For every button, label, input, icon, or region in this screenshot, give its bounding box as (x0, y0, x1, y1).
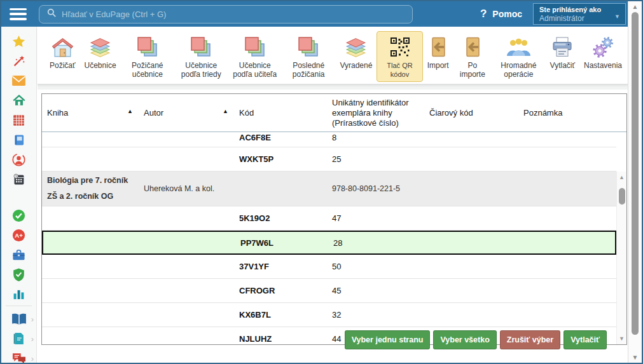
mail-icon (11, 75, 26, 86)
chevron-down-icon: ▼ (614, 13, 620, 20)
page-scroll-down-icon[interactable]: ▼ (628, 354, 642, 361)
user-menu[interactable]: Ste prihlásený ako Administrátor ▼ (533, 3, 626, 25)
sidebar-item-messages[interactable] (1, 72, 36, 90)
toolbar-item-vyradene[interactable]: Vyradené (335, 31, 377, 73)
toolbar-item-pozicane-ucebnice[interactable]: Požičané učebnice (121, 31, 174, 82)
toolbar-item-ucebnice-podla-triedy[interactable]: Učebnice podľa triedy (174, 31, 228, 82)
zrusit-vyber-button[interactable]: Zrušiť výber (500, 330, 560, 349)
books-stack-icon (136, 34, 159, 60)
sidebar-item-attendance[interactable] (1, 206, 36, 224)
column-header-3[interactable]: Unikátny identifikátor exemplára knihy (… (327, 94, 424, 131)
people-group-icon (506, 34, 532, 60)
house-icon (51, 34, 74, 60)
cell-kod: 5K19O2 (234, 213, 327, 223)
sidebar-item-classbook[interactable] (1, 131, 36, 149)
layers-icon (88, 34, 112, 60)
books-stack-icon (297, 34, 320, 60)
chevron-right-icon: › (31, 314, 34, 324)
cell-kniha: Biológia pre 7. ročník ZŠ a 2. ročník OG (42, 173, 139, 205)
toolbar-item-import[interactable]: Import (423, 31, 453, 73)
toolbar-item-po-importe[interactable]: Po importe (453, 31, 492, 82)
toolbar-item-label: Vyradené (340, 61, 372, 70)
sidebar-item-favorites[interactable] (1, 32, 36, 50)
toolbar-item-label: Vytlačiť (550, 61, 575, 70)
cell-kod: CFROGR (234, 286, 327, 295)
chevron-right-icon: › (31, 354, 34, 363)
table-row[interactable]: KX6B7L32 (42, 303, 616, 327)
briefcase-icon (11, 248, 26, 262)
scroll-up-icon[interactable]: ▲ (617, 174, 626, 180)
sidebar-item-wizard[interactable] (1, 52, 36, 70)
check-circle-icon (11, 208, 26, 223)
search-input[interactable]: Hľadať v EduPage (Ctrl + G) (39, 5, 413, 24)
books-table: Kniha▲Autor▲KódUnikátny identifikátor ex… (41, 93, 627, 345)
sidebar-item-documents[interactable]: › (1, 330, 36, 347)
sidebar-item-communication[interactable]: › (1, 349, 36, 363)
table-scrollbar[interactable]: ▲ ▼ (616, 172, 626, 344)
column-header-2[interactable]: Kód (234, 94, 327, 131)
sidebar-item-results[interactable] (1, 285, 36, 303)
vyber-jednu-stranu-button[interactable]: Vyber jednu stranu (345, 330, 431, 349)
sidebar-item-admin[interactable] (1, 266, 36, 283)
toolbar-item-posledne-pozicania[interactable]: Posledné požičania (282, 31, 335, 82)
table-row[interactable]: PP7W6L28 (42, 231, 616, 255)
sidebar-item-library[interactable]: › (1, 310, 36, 328)
toolbar-item-label: Po importe (458, 61, 487, 79)
content-area: Kniha▲Autor▲KódUnikátny identifikátor ex… (38, 85, 628, 363)
column-header-4[interactable]: Čiarový kód (424, 94, 518, 131)
table-row[interactable]: AC6F8E8 (42, 133, 616, 147)
sidebar-item-grades[interactable]: A+ (1, 226, 36, 244)
column-header-label: Autor (144, 108, 163, 118)
sidebar-item-calendar[interactable] (1, 170, 36, 188)
vyber-vsetko-button[interactable]: Vyber všetko (433, 330, 496, 349)
cell-identifikator: 45 (327, 286, 424, 295)
table-row[interactable]: WXKT5P25 (42, 147, 616, 172)
toolbar-item-label: Požičané učebnice (125, 61, 170, 79)
vytlacit-btn-button[interactable]: Vytlačiť (563, 330, 607, 349)
selection-actions: Vyber jednu stranuVyber všetkoZrušiť výb… (345, 330, 607, 349)
table-row[interactable]: 37V1YF50 (42, 255, 616, 279)
toolbar-item-hromadne-operacie[interactable]: Hromadné operácie (492, 31, 545, 82)
sidebar-item-home[interactable] (1, 91, 36, 109)
toolbar-item-vytlacit[interactable]: Vytlačiť (546, 31, 579, 73)
search-icon (47, 8, 56, 20)
page-scroll-up-icon[interactable]: ▲ (628, 3, 642, 10)
bar-chart-icon (12, 288, 25, 300)
chat-icon (11, 352, 27, 363)
gears-icon (591, 34, 615, 60)
layers-icon (344, 34, 368, 60)
menu-icon[interactable] (10, 8, 27, 20)
library-toolbar: PožičaťUčebnicePožičané učebniceUčebnice… (38, 27, 628, 84)
table-group-row[interactable]: Biológia pre 7. ročník ZŠ a 2. ročník OG… (42, 172, 616, 206)
table-scrollbar-thumb[interactable] (619, 188, 625, 205)
sidebar-item-timetable[interactable] (1, 111, 36, 129)
sidebar-item-agenda[interactable] (1, 246, 36, 264)
toolbar-item-nastavenia[interactable]: Nastavenia (579, 31, 626, 73)
scroll-down-icon[interactable]: ▼ (617, 335, 626, 342)
toolbar-item-label: Učebnice podľa triedy (179, 61, 223, 79)
column-header-1[interactable]: Autor▲ (139, 94, 234, 131)
shield-check-icon (12, 267, 25, 282)
toolbar-item-label: Učebnice (85, 61, 116, 70)
help-button[interactable]: ? Pomoc (480, 8, 522, 20)
topbar-right: ? Pomoc Ste prihlásený ako Administrátor… (480, 3, 626, 25)
toolbar-item-ucebnice-podla-ucitela[interactable]: Učebnice podľa učiteľa (228, 31, 282, 82)
column-header-0[interactable]: Kniha▲ (42, 94, 139, 131)
import-icon (427, 34, 449, 60)
toolbar-item-ucebnice[interactable]: Učebnice (80, 31, 121, 73)
page-scrollbar[interactable]: ▲ ▼ (628, 1, 642, 363)
sidebar-item-persons[interactable] (1, 151, 36, 168)
toolbar-item-pozicat[interactable]: Požičať (45, 31, 80, 73)
toolbar-item-tlac-qr-kodov[interactable]: Tlač QR kódov (377, 31, 422, 82)
table-row[interactable]: 5K19O247 (42, 206, 616, 231)
cell-kod: NJLUHZ (234, 334, 327, 344)
sort-asc-icon: ▲ (127, 106, 133, 116)
column-header-5[interactable]: Poznámka (518, 94, 626, 131)
person-icon (11, 152, 26, 167)
table-row[interactable]: CFROGR45 (42, 279, 616, 303)
toolbar-item-label: Posledné požičania (286, 61, 331, 79)
help-icon: ? (480, 8, 487, 20)
user-status-text: Ste prihlásený ako (539, 5, 619, 14)
cell-kod: PP7W6L (235, 238, 328, 248)
page-scrollbar-thumb[interactable] (632, 12, 639, 335)
